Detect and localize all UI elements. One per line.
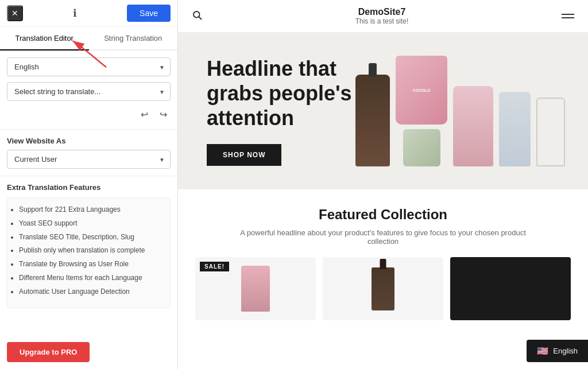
info-button[interactable]: ℹ — [67, 5, 83, 21]
site-subtitle: This is a test site! — [355, 17, 409, 25]
view-website-as-section: View Website As Current User Guest Admin… — [0, 129, 177, 176]
search-button[interactable] — [192, 10, 202, 23]
product-group-center — [396, 56, 447, 166]
list-item: Different Menu Items for each Language — [19, 273, 163, 283]
extra-features-heading: Extra Translation Features — [7, 183, 171, 192]
list-item: Automatic User Language Detection — [19, 287, 163, 297]
card-product-illustration-1 — [241, 266, 270, 312]
hamburger-line — [562, 14, 574, 15]
language-button[interactable]: 🇺🇸 English — [527, 340, 588, 362]
undo-button[interactable]: ↩ — [137, 108, 152, 121]
undo-redo-controls: ↩ ↪ — [7, 107, 171, 122]
hero-headline: Headline that grabs people's attention — [207, 56, 355, 131]
featured-title: Featured Collection — [189, 207, 577, 223]
features-list-box: Support for 221 Extra Languages Yoast SE… — [7, 197, 171, 308]
featured-section: Featured Collection A powerful headline … — [178, 189, 588, 332]
product-card-dark — [450, 257, 571, 320]
view-website-heading: View Website As — [7, 137, 171, 145]
product-vase — [536, 98, 565, 166]
language-select[interactable]: English French Spanish German Italian — [7, 57, 171, 76]
language-label: English — [553, 347, 578, 355]
list-item: Publish only when translation is complet… — [19, 246, 163, 255]
list-item: Yoast SEO support — [19, 219, 163, 228]
sale-badge: SALE! — [200, 262, 229, 271]
tab-string-translation[interactable]: String Translation — [89, 27, 178, 49]
product-tin-small — [403, 129, 440, 166]
save-button[interactable]: Save — [127, 5, 171, 22]
left-panel: ✕ ℹ Save Translation Editor String Trans… — [0, 0, 178, 369]
product-card: SALE! — [195, 257, 316, 320]
hero-banner: Headline that grabs people's attention S… — [178, 33, 588, 189]
product-card — [323, 257, 443, 320]
bottle-cap — [380, 259, 386, 269]
upgrade-button[interactable]: Upgrade to PRO — [7, 342, 90, 362]
redo-button[interactable]: ↪ — [156, 108, 171, 121]
site-header-center: DemoSite7 This is a test site! — [355, 7, 409, 25]
tab-translation-editor[interactable]: Translation Editor — [0, 27, 89, 51]
card-product-illustration-2 — [372, 267, 394, 310]
string-select-wrapper: Select string to translate... — [7, 82, 171, 101]
shop-now-button[interactable]: SHOP NOW — [207, 144, 281, 166]
user-view-select[interactable]: Current User Guest Administrator — [7, 150, 171, 169]
svg-point-1 — [194, 11, 200, 18]
featured-subtitle: A powerful headline about your product's… — [239, 228, 527, 246]
product-jar-large — [396, 56, 447, 125]
site-title: DemoSite7 — [355, 7, 409, 17]
panel-tabs: Translation Editor String Translation — [0, 27, 177, 51]
language-select-wrapper: English French Spanish German Italian — [7, 57, 171, 76]
product-bottle-pink — [453, 86, 493, 166]
hamburger-menu-button[interactable] — [562, 14, 574, 18]
list-item: Support for 221 Extra Languages — [19, 205, 163, 215]
panel-top-bar: ✕ ℹ Save — [0, 0, 177, 27]
product-grid: SALE! — [189, 257, 577, 320]
list-item: Translate SEO Title, Description, Slug — [19, 232, 163, 242]
product-bottle-tall — [355, 75, 390, 166]
hero-text: Headline that grabs people's attention S… — [207, 56, 355, 166]
product-bottle-clear — [499, 92, 531, 166]
flag-icon: 🇺🇸 — [537, 345, 548, 356]
right-panel: DemoSite7 This is a test site! Headline … — [178, 0, 588, 369]
list-item: Translate by Browsing as User Role — [19, 259, 163, 269]
hero-products — [355, 56, 565, 166]
site-header: DemoSite7 This is a test site! — [178, 0, 588, 33]
svg-line-2 — [199, 17, 202, 19]
extra-features-section: Extra Translation Features Support for 2… — [0, 176, 177, 335]
features-list: Support for 221 Extra Languages Yoast SE… — [17, 205, 163, 297]
user-view-select-wrapper: Current User Guest Administrator — [7, 150, 171, 169]
panel-content: English French Spanish German Italian Se… — [0, 51, 177, 129]
close-button[interactable]: ✕ — [7, 5, 23, 21]
string-select[interactable]: Select string to translate... — [7, 82, 171, 101]
hamburger-line — [562, 17, 574, 18]
